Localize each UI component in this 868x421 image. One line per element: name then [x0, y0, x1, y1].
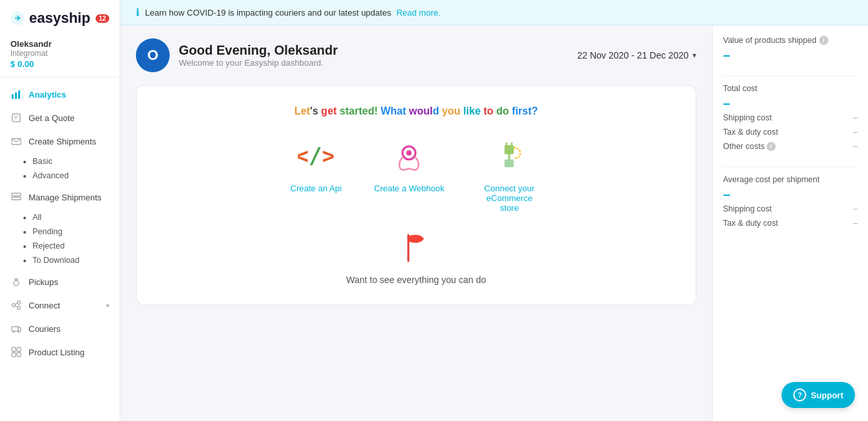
analytics-label: Analytics — [29, 90, 66, 100]
svg-rect-2 — [12, 94, 14, 99]
sub-to-download[interactable]: To Download — [33, 253, 120, 267]
content-area: O Good Evening, Oleksandr Welcome to you… — [120, 25, 868, 421]
total-cost-section: Total cost – Shipping cost – Tax & duty … — [723, 84, 858, 154]
manage-shipments-icon — [10, 191, 22, 203]
total-cost-value: – — [723, 96, 858, 111]
sidebar-item-product-listing[interactable]: Product Listing — [0, 340, 120, 364]
connect-ecommerce-card[interactable]: Connect your eCommerce store — [477, 137, 542, 213]
sidebar-item-connect[interactable]: Connect ▾ — [0, 293, 120, 317]
svg-text:</>: </> — [298, 143, 334, 169]
logo-text: easyship — [29, 10, 90, 27]
sidebar-item-pickups[interactable]: Pickups — [0, 270, 120, 293]
sub-basic[interactable]: Basic — [33, 154, 120, 169]
other-costs-label: Other costs — [723, 142, 765, 151]
avg-tax-value: – — [853, 219, 858, 228]
sidebar-item-create-shipments[interactable]: Create Shipments — [0, 129, 120, 153]
products-shipped-value: – — [723, 48, 858, 62]
avg-cost-value: – — [723, 187, 858, 202]
svg-point-11 — [14, 280, 19, 286]
greeting-text: Good Evening, Oleksandr Welcome to your … — [179, 43, 338, 68]
create-webhook-card[interactable]: Create a Webhook — [374, 137, 444, 213]
other-costs-label-container: Other costs i — [723, 142, 776, 151]
stats-panel: Value of products shipped i – Total cost… — [712, 25, 868, 421]
svg-rect-5 — [12, 114, 20, 122]
product-listing-label: Product Listing — [29, 347, 85, 357]
divider-1 — [723, 75, 858, 76]
connect-label: Connect — [29, 301, 60, 310]
support-circle-icon: ? — [793, 388, 806, 401]
greeting-subtitle: Welcome to your Easyship dashboard. — [179, 58, 338, 68]
user-balance: $ 0.00 — [10, 59, 109, 69]
couriers-label: Couriers — [29, 324, 60, 334]
products-shipped-label: Value of products shipped i — [723, 36, 858, 45]
connect-ecommerce-label: Connect your eCommerce store — [477, 183, 542, 213]
avg-shipping-row: Shipping cost – — [723, 202, 858, 216]
get-started-title: Let's get started! What would you like t… — [150, 105, 683, 117]
sub-all[interactable]: All — [33, 210, 120, 224]
user-info: Oleksandr Integromat $ 0.00 — [0, 34, 120, 77]
svg-rect-3 — [15, 92, 17, 99]
total-cost-label: Total cost — [723, 84, 858, 93]
user-name: Oleksandr — [10, 39, 109, 49]
flag-icon — [403, 232, 429, 268]
svg-rect-22 — [17, 347, 21, 351]
svg-line-15 — [16, 303, 18, 305]
user-company: Integromat — [10, 49, 109, 58]
sidebar-item-manage-shipments[interactable]: Manage Shipments — [0, 185, 120, 209]
sidebar-item-analytics[interactable]: Analytics — [0, 83, 120, 106]
tax-duty-row: Tax & duty cost – — [723, 125, 858, 139]
avg-tax-label: Tax & duty cost — [723, 219, 778, 228]
date-range-chevron: ▾ — [692, 51, 696, 60]
product-listing-icon — [10, 346, 22, 358]
connect-icon — [10, 299, 22, 311]
svg-rect-23 — [12, 353, 16, 357]
date-range-text: 22 Nov 2020 - 21 Dec 2020 — [577, 50, 689, 61]
sub-advanced[interactable]: Advanced — [33, 169, 120, 183]
avg-cost-section: Average cost per shipment – Shipping cos… — [723, 175, 858, 230]
svg-point-20 — [18, 331, 20, 333]
svg-rect-30 — [505, 159, 514, 167]
date-range-picker[interactable]: 22 Nov 2020 - 21 Dec 2020 ▾ — [577, 50, 696, 61]
pickups-icon — [10, 276, 22, 288]
create-shipments-sub: Basic Advanced — [0, 153, 120, 185]
sidebar: ✈ easyship 12 Oleksandr Integromat $ 0.0… — [0, 0, 120, 421]
create-api-card[interactable]: </> Create an Api — [291, 137, 342, 213]
tax-duty-value: – — [853, 128, 858, 137]
svg-point-14 — [18, 306, 21, 310]
other-costs-row: Other costs i – — [723, 139, 858, 154]
banner-text: Learn how COVID-19 is impacting couriers… — [145, 8, 391, 18]
divider-2 — [723, 167, 858, 167]
svg-rect-10 — [12, 197, 21, 200]
avatar: O — [136, 38, 170, 72]
svg-point-19 — [13, 331, 15, 333]
other-costs-info-icon[interactable]: i — [767, 142, 776, 151]
covid-banner: ℹ Learn how COVID-19 is impacting courie… — [120, 0, 868, 25]
flag-section: Want to see everything you can do — [150, 226, 683, 285]
sidebar-navigation: Analytics Get a Quote Create Shipments B… — [0, 77, 120, 421]
create-shipments-icon — [10, 135, 22, 147]
sub-rejected[interactable]: Rejected — [33, 239, 120, 253]
svg-line-16 — [16, 306, 18, 307]
shipping-cost-row: Shipping cost – — [723, 111, 858, 125]
products-shipped-info-icon[interactable]: i — [819, 36, 828, 45]
products-shipped-section: Value of products shipped i – — [723, 36, 858, 62]
sub-pending[interactable]: Pending — [33, 224, 120, 239]
notification-badge: 12 — [96, 14, 109, 23]
pickups-label: Pickups — [29, 277, 59, 287]
svg-point-13 — [18, 301, 21, 305]
quote-label: Get a Quote — [29, 113, 75, 123]
other-costs-value: – — [853, 142, 858, 151]
banner-link[interactable]: Read more. — [397, 8, 441, 18]
svg-text:✈: ✈ — [15, 14, 21, 22]
create-api-label: Create an Api — [291, 183, 342, 193]
flag-label: Want to see everything you can do — [346, 275, 486, 285]
sidebar-item-couriers[interactable]: Couriers — [0, 317, 120, 340]
shipping-cost-value: – — [853, 113, 858, 122]
ecommerce-icon — [490, 137, 529, 176]
sidebar-item-get-a-quote[interactable]: Get a Quote — [0, 106, 120, 129]
support-button[interactable]: ? Support — [782, 382, 855, 408]
avg-shipping-value: – — [853, 204, 858, 213]
api-icon: </> — [296, 137, 335, 176]
svg-rect-21 — [12, 347, 16, 351]
greeting-left: O Good Evening, Oleksandr Welcome to you… — [136, 38, 338, 72]
